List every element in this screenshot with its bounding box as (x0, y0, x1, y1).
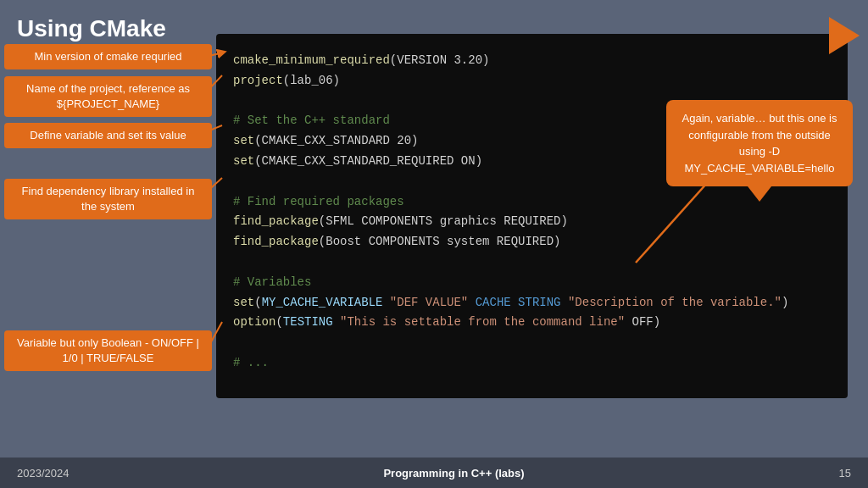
footer-year: 2023/2024 (17, 467, 69, 480)
annotation-project-name: Name of the project, reference as ${PROJ… (4, 76, 212, 117)
annotation-find-dependency: Find dependency library installed in the… (4, 179, 212, 219)
footer: 2023/2024 Programming in C++ (labs) 15 (0, 458, 868, 488)
slide-title: Using CMake (17, 15, 166, 42)
annotation-boolean-variable: Variable but only Boolean - ON/OFF | 1/0… (4, 330, 212, 371)
footer-page: 15 (839, 467, 851, 480)
annotation-define-variable: Define variable and set its value (4, 123, 212, 148)
callout-variable-info: Again, variable… but this one is configu… (666, 100, 853, 186)
play-button[interactable] (829, 17, 860, 54)
code-block: cmake_minimum_required(VERSION 3.20) pro… (216, 34, 848, 398)
annotation-min-version: Min version of cmake requried (4, 44, 212, 69)
footer-course: Programming in C++ (labs) (383, 467, 524, 480)
